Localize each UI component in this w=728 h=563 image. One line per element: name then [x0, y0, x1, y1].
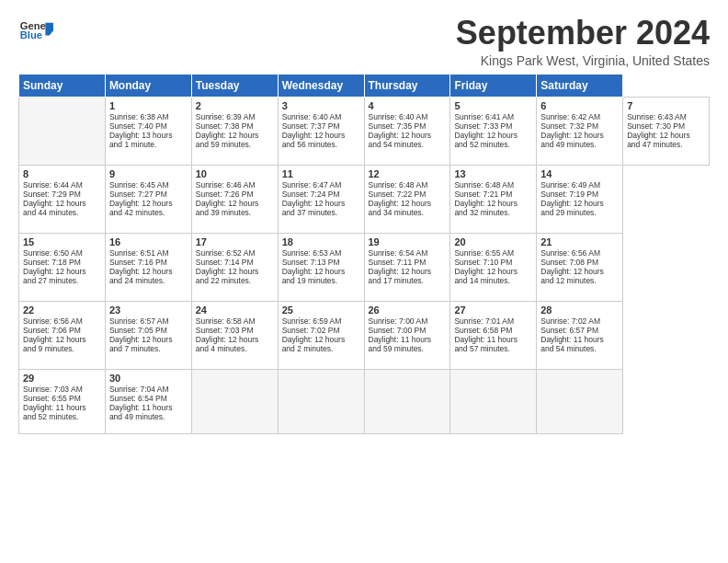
day-number: 8: [23, 168, 101, 179]
day-info-line: Daylight: 12 hours: [196, 199, 274, 208]
day-info-line: and 47 minutes.: [627, 140, 705, 149]
table-row: [278, 369, 364, 433]
day-number: 3: [282, 100, 360, 111]
day-info-line: Sunrise: 6:52 AM: [196, 248, 274, 258]
calendar: Sunday Monday Tuesday Wednesday Thursday…: [18, 74, 710, 434]
page: General Blue September 2024 Kings Park W…: [0, 0, 728, 563]
table-row: 21Sunrise: 6:56 AMSunset: 7:08 PMDayligh…: [537, 233, 623, 301]
day-info-line: Daylight: 12 hours: [23, 335, 101, 344]
day-info-line: and 44 minutes.: [23, 208, 101, 217]
day-info-line: Sunset: 7:33 PM: [454, 121, 532, 131]
day-number: 5: [454, 100, 532, 111]
day-number: 16: [109, 236, 188, 247]
day-info-line: Sunset: 7:24 PM: [282, 190, 360, 199]
day-info-line: Sunrise: 6:40 AM: [369, 112, 447, 121]
day-info-line: Sunrise: 7:03 AM: [23, 385, 101, 394]
table-row: 8Sunrise: 6:44 AMSunset: 7:29 PMDaylight…: [19, 165, 106, 233]
day-number: 7: [627, 100, 705, 111]
table-row: 27Sunrise: 7:01 AMSunset: 6:58 PMDayligh…: [450, 301, 537, 369]
day-info-line: Sunset: 7:14 PM: [196, 258, 274, 267]
day-number: 19: [369, 236, 447, 247]
day-info-line: and 39 minutes.: [196, 208, 274, 217]
day-info-line: Daylight: 12 hours: [454, 199, 532, 208]
day-info-line: and 2 minutes.: [282, 344, 360, 353]
table-row: 15Sunrise: 6:50 AMSunset: 7:18 PMDayligh…: [19, 233, 106, 301]
col-tuesday: Tuesday: [191, 74, 278, 97]
day-number: 24: [196, 304, 274, 316]
day-number: 1: [109, 100, 188, 111]
day-info-line: and 32 minutes.: [454, 208, 532, 217]
day-info-line: Daylight: 12 hours: [369, 131, 447, 140]
day-number: 18: [282, 236, 360, 247]
day-info-line: and 59 minutes.: [369, 344, 447, 353]
day-info-line: Daylight: 12 hours: [540, 199, 619, 208]
day-info-line: Daylight: 12 hours: [627, 131, 705, 140]
day-info-line: Daylight: 12 hours: [109, 267, 188, 276]
day-info-line: Daylight: 13 hours: [109, 131, 188, 140]
day-info-line: Sunrise: 7:00 AM: [369, 316, 447, 326]
day-info-line: and 37 minutes.: [282, 208, 360, 217]
table-row: [364, 369, 450, 433]
day-info-line: Sunrise: 6:54 AM: [369, 248, 447, 258]
logo: General Blue: [18, 15, 53, 50]
day-info-line: Sunset: 7:22 PM: [369, 190, 447, 199]
day-info-line: and 49 minutes.: [109, 412, 188, 421]
table-row: 7Sunrise: 6:43 AMSunset: 7:30 PMDaylight…: [623, 97, 710, 165]
table-row: 28Sunrise: 7:02 AMSunset: 6:57 PMDayligh…: [537, 301, 623, 369]
day-info-line: Sunset: 7:03 PM: [196, 326, 274, 335]
logo-icon: General Blue: [18, 15, 53, 50]
col-monday: Monday: [105, 74, 191, 97]
day-info-line: and 52 minutes.: [23, 412, 101, 421]
day-info-line: and 17 minutes.: [369, 276, 447, 285]
day-info-line: Sunset: 7:21 PM: [454, 190, 532, 199]
day-info-line: and 27 minutes.: [23, 276, 101, 285]
day-info-line: Sunset: 7:35 PM: [369, 121, 447, 131]
table-row: 22Sunrise: 6:56 AMSunset: 7:06 PMDayligh…: [19, 301, 106, 369]
day-info-line: Sunrise: 6:57 AM: [109, 316, 188, 326]
day-info-line: Daylight: 12 hours: [540, 267, 619, 276]
day-number: 30: [109, 373, 188, 384]
table-row: 4Sunrise: 6:40 AMSunset: 7:35 PMDaylight…: [364, 97, 450, 165]
day-number: 11: [282, 168, 360, 179]
calendar-week-row: 8Sunrise: 6:44 AMSunset: 7:29 PMDaylight…: [19, 165, 710, 233]
day-info-line: Sunset: 7:27 PM: [109, 190, 188, 199]
day-info-line: Sunset: 6:54 PM: [109, 394, 188, 403]
svg-marker-2: [45, 23, 53, 36]
day-info-line: Sunrise: 6:56 AM: [540, 248, 619, 258]
day-info-line: Sunset: 6:55 PM: [23, 394, 101, 403]
day-number: 22: [23, 304, 101, 316]
day-number: 9: [109, 168, 188, 179]
day-info-line: Daylight: 11 hours: [109, 403, 188, 412]
day-info-line: Daylight: 12 hours: [282, 267, 360, 276]
day-info-line: and 52 minutes.: [454, 140, 532, 149]
table-row: 23Sunrise: 6:57 AMSunset: 7:05 PMDayligh…: [105, 301, 191, 369]
day-info-line: Sunrise: 6:48 AM: [454, 180, 532, 190]
table-row: [191, 369, 278, 433]
day-info-line: Sunrise: 6:42 AM: [540, 112, 619, 121]
table-row: 19Sunrise: 6:54 AMSunset: 7:11 PMDayligh…: [364, 233, 450, 301]
day-info-line: Sunset: 6:57 PM: [540, 326, 619, 335]
title-block: September 2024 Kings Park West, Virginia…: [456, 15, 710, 68]
day-info-line: Daylight: 11 hours: [369, 335, 447, 344]
day-info-line: Sunrise: 6:40 AM: [282, 112, 360, 121]
day-info-line: Sunrise: 6:51 AM: [109, 248, 188, 258]
day-info-line: Daylight: 11 hours: [23, 403, 101, 412]
day-number: 14: [540, 168, 619, 179]
day-info-line: Sunset: 7:11 PM: [369, 258, 447, 267]
day-info-line: and 1 minute.: [109, 140, 188, 149]
day-info-line: Daylight: 12 hours: [454, 131, 532, 140]
day-info-line: Sunrise: 6:44 AM: [23, 180, 101, 190]
day-info-line: Sunrise: 6:45 AM: [109, 180, 188, 190]
day-info-line: Sunrise: 7:01 AM: [454, 316, 532, 326]
day-info-line: Sunset: 7:26 PM: [196, 190, 274, 199]
day-number: 12: [369, 168, 447, 179]
day-info-line: Daylight: 12 hours: [282, 199, 360, 208]
day-number: 6: [540, 100, 619, 111]
day-number: 29: [23, 373, 101, 384]
day-info-line: and 19 minutes.: [282, 276, 360, 285]
day-info-line: and 24 minutes.: [109, 276, 188, 285]
table-row: 29Sunrise: 7:03 AMSunset: 6:55 PMDayligh…: [19, 369, 106, 433]
day-info-line: Sunset: 7:02 PM: [282, 326, 360, 335]
table-row: 11Sunrise: 6:47 AMSunset: 7:24 PMDayligh…: [278, 165, 364, 233]
day-number: 25: [282, 304, 360, 316]
